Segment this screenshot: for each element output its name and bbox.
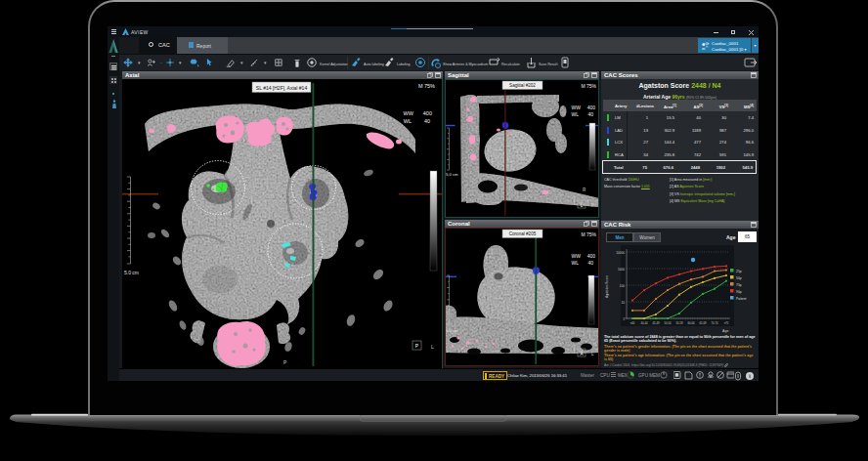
svg-text:40: 40 (587, 260, 593, 266)
svg-text:75p: 75p (736, 283, 742, 287)
svg-text:400: 400 (423, 110, 432, 116)
svg-text:50p: 50p (736, 276, 742, 280)
svg-text:Show Arteries & Myocardium: Show Arteries & Myocardium (443, 63, 488, 66)
svg-text:60-64: 60-64 (688, 321, 695, 325)
svg-text:▾: ▾ (179, 60, 182, 65)
svg-text:WW: WW (572, 253, 582, 259)
svg-text:L: L (431, 344, 434, 350)
svg-text:40-44: 40-44 (641, 321, 648, 325)
svg-text:10: 10 (621, 301, 625, 305)
svg-text:Coronal #205: Coronal #205 (509, 231, 537, 236)
svg-text:R: R (583, 188, 586, 192)
svg-text:WW: WW (404, 110, 414, 116)
svg-text:Age: Age (722, 329, 728, 333)
svg-text:25p: 25p (736, 270, 742, 273)
svg-text:M 75%: M 75% (418, 83, 435, 89)
svg-text:P: P (283, 359, 287, 365)
svg-text:▾: ▾ (264, 60, 267, 65)
svg-text:WL: WL (572, 111, 580, 117)
svg-text:10000: 10000 (616, 251, 625, 255)
svg-text:WL: WL (404, 118, 412, 124)
svg-text:WL: WL (572, 260, 580, 266)
svg-text:Auto labeling: Auto labeling (364, 63, 384, 66)
svg-text:Save Result: Save Result (539, 63, 557, 66)
svg-text:Kernel Adjustation: Kernel Adjustation (320, 63, 348, 66)
svg-text:Patient: Patient (736, 297, 747, 301)
svg-text:5.0 cm: 5.0 cm (124, 270, 139, 275)
svg-text:P: P (415, 343, 419, 349)
svg-text:Recalculate: Recalculate (501, 63, 520, 66)
svg-text:▾: ▾ (138, 60, 141, 65)
svg-text:1: 1 (623, 317, 625, 321)
svg-text:A: A (580, 352, 583, 356)
svg-text:45-49: 45-49 (653, 321, 660, 325)
svg-text:-: - (160, 60, 162, 65)
svg-text:P: P (591, 203, 594, 208)
svg-text:40: 40 (587, 111, 593, 117)
svg-text:5.0 cm: 5.0 cm (446, 172, 458, 177)
svg-text:1000: 1000 (618, 268, 625, 272)
svg-text:M 75%: M 75% (581, 231, 596, 237)
svg-text:SL #14 [H2F], Axial #14: SL #14 [H2F], Axial #14 (256, 85, 308, 91)
svg-text:▾: ▾ (240, 60, 243, 65)
svg-text:>75: >75 (724, 321, 729, 325)
svg-text:WW: WW (572, 105, 582, 110)
svg-text:100: 100 (620, 284, 626, 288)
svg-text:M 75%: M 75% (581, 83, 596, 89)
svg-text:50-54: 50-54 (665, 321, 672, 325)
svg-text:Labeling: Labeling (397, 63, 411, 66)
svg-text:Sagittal #202: Sagittal #202 (509, 83, 536, 88)
svg-text:400: 400 (587, 253, 596, 259)
svg-text:90p: 90p (736, 290, 742, 294)
svg-text:5.0 cm: 5.0 cm (446, 328, 458, 333)
svg-text:65-69: 65-69 (700, 321, 707, 325)
svg-text:<40: <40 (630, 321, 635, 325)
svg-text:400: 400 (587, 105, 596, 110)
svg-text:55-59: 55-59 (676, 321, 683, 325)
svg-text:Agatston Score: Agatston Score (605, 275, 609, 298)
svg-text:40: 40 (424, 118, 430, 124)
svg-text:70-74: 70-74 (712, 321, 718, 325)
